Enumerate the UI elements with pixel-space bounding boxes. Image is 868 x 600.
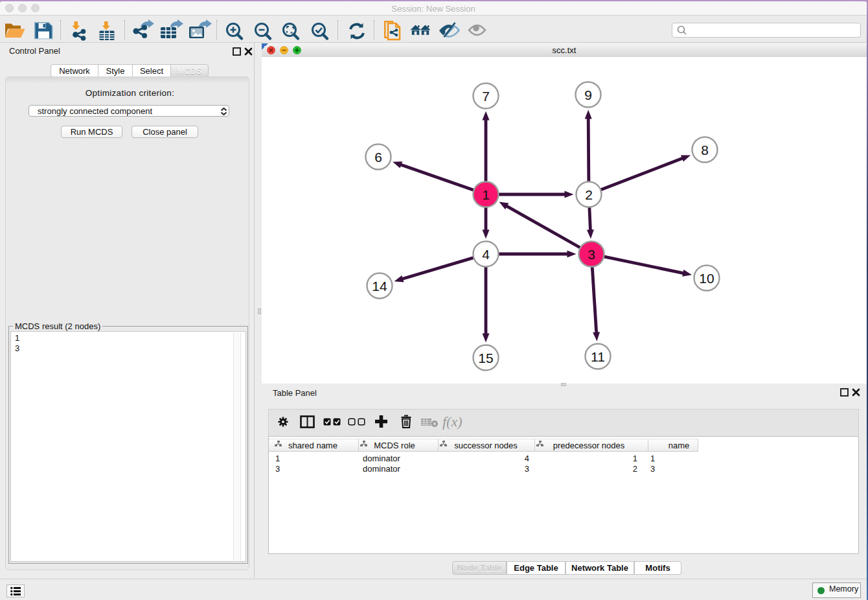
svg-text:11: 11 xyxy=(591,349,605,364)
svg-text:2: 2 xyxy=(585,187,593,202)
svg-text:7: 7 xyxy=(482,89,490,104)
svg-text:3: 3 xyxy=(588,247,595,262)
svg-text:4: 4 xyxy=(482,247,490,262)
svg-text:8: 8 xyxy=(701,143,709,157)
svg-text:14: 14 xyxy=(372,279,387,294)
svg-text:10: 10 xyxy=(699,271,714,286)
svg-text:15: 15 xyxy=(478,351,493,365)
svg-text:9: 9 xyxy=(584,87,592,102)
svg-text:6: 6 xyxy=(374,150,382,165)
svg-text:1: 1 xyxy=(482,187,490,202)
